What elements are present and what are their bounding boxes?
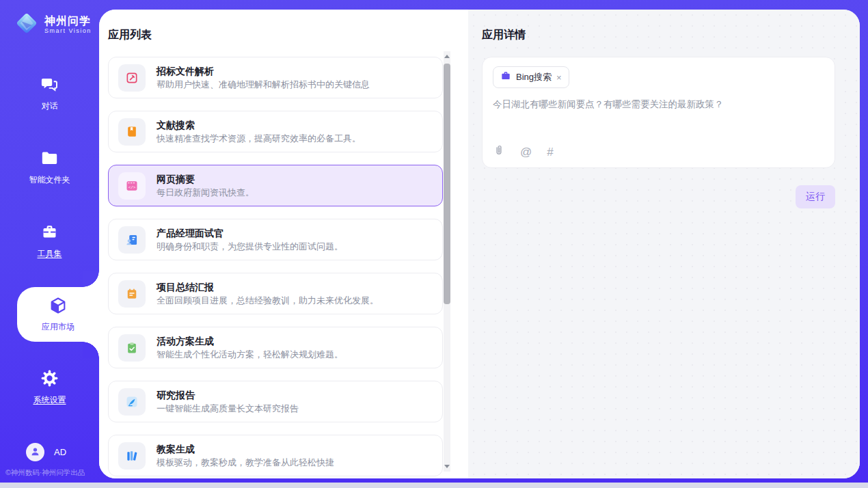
app-card-desc: 明确身份和职责，为您提供专业性的面试问题。 bbox=[157, 241, 343, 252]
sidebar-item-settings[interactable]: 系统设置 bbox=[0, 369, 99, 406]
app-detail-panel: 应用详情 Bing搜索 × 今日湖北有哪些新闻要点？有哪些需要关注的最新政策？ bbox=[468, 10, 860, 478]
prompt-text[interactable]: 今日湖北有哪些新闻要点？有哪些需要关注的最新政策？ bbox=[493, 98, 824, 111]
folder-icon bbox=[40, 149, 59, 170]
app-card-desc: 模板驱动，教案秒成，教学准备从此轻松快捷 bbox=[157, 457, 334, 468]
tool-tag-bing-search[interactable]: Bing搜索 × bbox=[493, 66, 569, 88]
hash-icon[interactable]: # bbox=[547, 146, 553, 158]
app-card-web-summary[interactable]: </> 网页摘要 每日政府新闻资讯快查。 bbox=[108, 165, 443, 206]
app-card-literature-search[interactable]: 文献搜索 快速精准查找学术资源，提高研究效率的必备工具。 bbox=[108, 111, 443, 152]
close-icon[interactable]: × bbox=[556, 73, 562, 82]
run-row: 运行 bbox=[482, 185, 835, 208]
app-card-desc: 全面回顾项目进展，总结经验教训，助力未来优化发展。 bbox=[157, 295, 379, 306]
run-button[interactable]: 运行 bbox=[796, 185, 835, 208]
app-window: 神州问学 Smart Vision 对话 智能文件夹 工具集 bbox=[0, 0, 868, 488]
scroll-down-icon[interactable] bbox=[444, 465, 450, 468]
interview-doc-icon bbox=[118, 226, 146, 254]
app-card-desc: 帮助用户快速、准确地理解和解析招标书中的关键信息 bbox=[157, 79, 370, 90]
app-card-name: 招标文件解析 bbox=[157, 65, 370, 77]
user-account[interactable]: AD bbox=[26, 443, 66, 461]
sidebar-item-app-market[interactable]: 应用市场 bbox=[17, 287, 99, 342]
chat-icon bbox=[40, 75, 59, 96]
sidebar-item-toolset[interactable]: 工具集 bbox=[0, 223, 99, 260]
sidebar-item-label: 应用市场 bbox=[42, 321, 74, 333]
app-card-name: 活动方案生成 bbox=[157, 335, 343, 347]
sidebar-item-chat[interactable]: 对话 bbox=[0, 75, 99, 112]
person-icon bbox=[29, 446, 41, 459]
app-card-name: 文献搜索 bbox=[157, 119, 361, 131]
app-card-name: 教案生成 bbox=[157, 443, 334, 455]
app-detail-title: 应用详情 bbox=[482, 27, 835, 42]
prompt-input-card[interactable]: Bing搜索 × 今日湖北有哪些新闻要点？有哪些需要关注的最新政策？ @ # bbox=[482, 57, 835, 168]
scroll-up-icon[interactable] bbox=[444, 55, 450, 58]
book-icon bbox=[118, 118, 146, 146]
app-list-title: 应用列表 bbox=[108, 27, 468, 42]
cube-icon bbox=[49, 296, 68, 317]
clipboard-check-icon bbox=[118, 334, 146, 362]
app-card-lesson-plan[interactable]: 教案生成 模板驱动，教案秒成，教学准备从此轻松快捷 bbox=[108, 435, 443, 476]
app-card-desc: 快速精准查找学术资源，提高研究效率的必备工具。 bbox=[157, 133, 361, 144]
brand-logo: 神州问学 Smart Vision bbox=[14, 10, 92, 39]
app-card-name: 产品经理面试官 bbox=[157, 227, 343, 239]
app-card-list: 招标文件解析 帮助用户快速、准确地理解和解析招标书中的关键信息 文献搜索 快速精… bbox=[108, 57, 468, 476]
gear-icon bbox=[40, 369, 59, 390]
at-icon[interactable]: @ bbox=[520, 146, 532, 158]
avatar bbox=[26, 443, 44, 461]
brand-subtitle: Smart Vision bbox=[44, 27, 92, 34]
scrollbar[interactable] bbox=[444, 51, 450, 472]
user-initials: AD bbox=[54, 447, 66, 457]
sidebar-item-label: 智能文件夹 bbox=[29, 174, 70, 186]
sidebar-item-smart-folder[interactable]: 智能文件夹 bbox=[0, 149, 99, 186]
app-card-name: 研究报告 bbox=[157, 389, 299, 401]
report-calendar-icon bbox=[118, 280, 146, 308]
main-content: 应用列表 招标文件解析 帮助用户快速、准确地理解和解析招标书中的关键信息 bbox=[99, 10, 860, 478]
app-card-desc: 一键智能生成高质量长文本研究报告 bbox=[157, 403, 299, 414]
app-list-panel: 应用列表 招标文件解析 帮助用户快速、准确地理解和解析招标书中的关键信息 bbox=[99, 10, 468, 478]
scrollbar-thumb[interactable] bbox=[444, 64, 450, 304]
app-card-desc: 每日政府新闻资讯快查。 bbox=[157, 187, 254, 198]
doc-edit-icon bbox=[118, 64, 146, 92]
tool-tag-label: Bing搜索 bbox=[516, 71, 552, 83]
diamond-logo-icon bbox=[14, 10, 40, 39]
quill-report-icon bbox=[118, 388, 146, 416]
books-icon bbox=[118, 442, 146, 470]
sidebar-item-label: 对话 bbox=[42, 100, 58, 112]
briefcase-icon bbox=[500, 70, 511, 84]
app-card-name: 网页摘要 bbox=[157, 173, 254, 185]
input-toolbar: @ # bbox=[493, 144, 824, 159]
sidebar-item-label: 工具集 bbox=[38, 248, 62, 260]
app-card-research-report[interactable]: 研究报告 一键智能生成高质量长文本研究报告 bbox=[108, 381, 443, 422]
paperclip-icon[interactable] bbox=[493, 144, 505, 159]
svg-text:</>: </> bbox=[128, 185, 136, 190]
brand-name: 神州问学 bbox=[44, 15, 92, 27]
app-card-desc: 智能生成个性化活动方案，轻松解决规划难题。 bbox=[157, 349, 343, 360]
sidebar-item-label: 系统设置 bbox=[33, 394, 66, 406]
app-card-event-plan[interactable]: 活动方案生成 智能生成个性化活动方案，轻松解决规划难题。 bbox=[108, 327, 443, 368]
app-card-name: 项目总结汇报 bbox=[157, 281, 379, 293]
toolbox-icon bbox=[40, 223, 59, 243]
app-card-project-summary[interactable]: 项目总结汇报 全面回顾项目进展，总结经验教训，助力未来优化发展。 bbox=[108, 273, 443, 314]
app-card-bid-analysis[interactable]: 招标文件解析 帮助用户快速、准确地理解和解析招标书中的关键信息 bbox=[108, 57, 443, 98]
browser-code-icon: </> bbox=[118, 172, 146, 200]
copyright-text: ©神州数码·神州问学出品 bbox=[5, 468, 101, 478]
app-card-pm-interviewer[interactable]: 产品经理面试官 明确身份和职责，为您提供专业性的面试问题。 bbox=[108, 219, 443, 260]
